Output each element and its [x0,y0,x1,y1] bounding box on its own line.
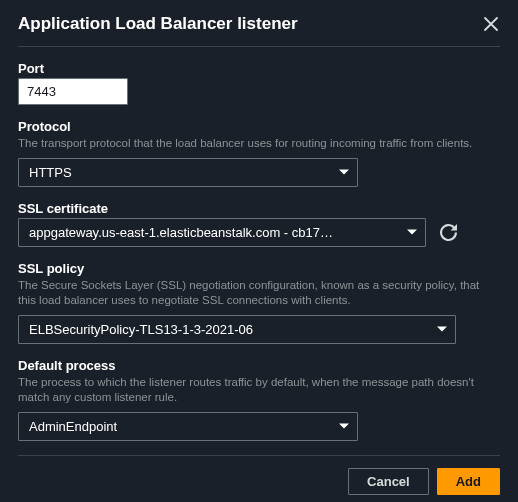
alb-listener-modal: Application Load Balancer listener Port … [0,0,518,502]
caret-down-icon [407,230,417,235]
default-process-label: Default process [18,358,500,373]
modal-title: Application Load Balancer listener [18,14,298,34]
default-process-field: Default process The process to which the… [18,358,500,441]
ssl-policy-value: ELBSecurityPolicy-TLS13-1-3-2021-06 [29,322,253,337]
refresh-certificates-button[interactable] [436,220,461,245]
protocol-value: HTTPS [29,165,72,180]
protocol-label: Protocol [18,119,500,134]
protocol-select[interactable]: HTTPS [18,158,358,187]
protocol-desc: The transport protocol that the load bal… [18,136,500,152]
port-input[interactable] [18,78,128,105]
refresh-icon [440,224,457,241]
ssl-certificate-value: appgateway.us-east-1.elasticbeanstalk.co… [29,225,333,240]
ssl-certificate-label: SSL certificate [18,201,500,216]
ssl-policy-field: SSL policy The Secure Sockets Layer (SSL… [18,261,500,344]
default-process-select[interactable]: AdminEndpoint [18,412,358,441]
ssl-policy-label: SSL policy [18,261,500,276]
ssl-certificate-select[interactable]: appgateway.us-east-1.elasticbeanstalk.co… [18,218,426,247]
modal-footer: Cancel Add [18,455,500,495]
protocol-field: Protocol The transport protocol that the… [18,119,500,187]
add-button[interactable]: Add [437,468,500,495]
port-field: Port [18,61,500,105]
caret-down-icon [339,170,349,175]
ssl-policy-select[interactable]: ELBSecurityPolicy-TLS13-1-3-2021-06 [18,315,456,344]
modal-header: Application Load Balancer listener [18,14,500,47]
ssl-policy-desc: The Secure Sockets Layer (SSL) negotiati… [18,278,500,309]
close-button[interactable] [482,15,500,33]
close-icon [484,17,498,31]
caret-down-icon [339,424,349,429]
ssl-certificate-field: SSL certificate appgateway.us-east-1.ela… [18,201,500,247]
port-label: Port [18,61,500,76]
default-process-desc: The process to which the listener routes… [18,375,500,406]
default-process-value: AdminEndpoint [29,419,117,434]
caret-down-icon [437,327,447,332]
cancel-button[interactable]: Cancel [348,468,429,495]
